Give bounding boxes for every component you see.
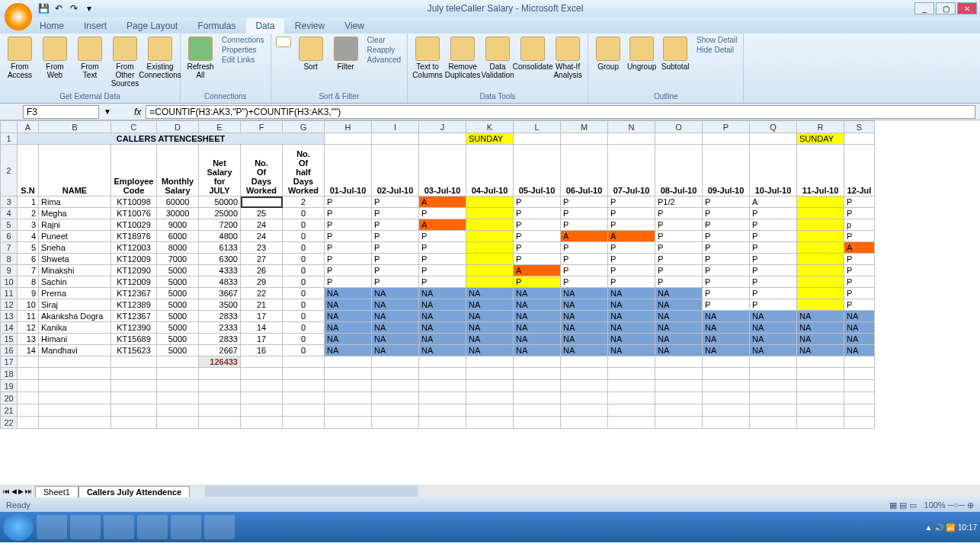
cell[interactable]: P: [561, 265, 608, 276]
cell[interactable]: NA: [655, 345, 703, 356]
cell[interactable]: 4: [18, 231, 39, 242]
cell[interactable]: P: [419, 231, 466, 242]
cell[interactable]: NA: [750, 322, 797, 334]
col-header-E[interactable]: E: [199, 121, 241, 133]
cell[interactable]: P: [514, 242, 561, 254]
cell[interactable]: 5000: [157, 299, 199, 311]
cell[interactable]: P: [703, 276, 750, 288]
cell[interactable]: P: [703, 231, 750, 242]
cell[interactable]: P: [703, 299, 750, 311]
cell[interactable]: [703, 133, 750, 145]
cell[interactable]: 30000: [157, 208, 199, 219]
cell[interactable]: [797, 231, 844, 242]
col-header-A[interactable]: A: [18, 121, 39, 133]
cell[interactable]: NA: [703, 322, 750, 334]
cell[interactable]: Mandhavi: [39, 345, 111, 356]
cell[interactable]: [797, 288, 844, 299]
cell[interactable]: 5000: [157, 265, 199, 276]
cell[interactable]: A: [608, 231, 655, 242]
cell[interactable]: P: [844, 276, 875, 288]
tab-nav-next-icon[interactable]: ▶: [18, 487, 24, 495]
hide-detail-button[interactable]: Hide Detail: [693, 45, 740, 55]
office-button[interactable]: [5, 3, 32, 30]
cell[interactable]: NA: [655, 322, 703, 334]
cell[interactable]: KT15623: [111, 345, 157, 356]
cell[interactable]: [797, 299, 844, 311]
row-header[interactable]: 7: [1, 242, 18, 254]
datatool-remove-duplicates-button[interactable]: Remove Duplicates: [446, 35, 479, 81]
col-header-L[interactable]: L: [514, 121, 561, 133]
cell[interactable]: P: [372, 231, 419, 242]
cell[interactable]: NA: [514, 322, 561, 334]
external-from-access-button[interactable]: From Access: [3, 35, 37, 81]
row-header[interactable]: 18: [1, 368, 18, 380]
undo-icon[interactable]: ↶: [52, 2, 66, 15]
cell[interactable]: P: [750, 276, 797, 288]
cell[interactable]: P: [703, 265, 750, 276]
cell[interactable]: P: [608, 197, 655, 208]
column-header[interactable]: No.OfhalfDaysWorked: [283, 145, 325, 197]
cell[interactable]: P: [372, 265, 419, 276]
col-header-J[interactable]: J: [419, 121, 466, 133]
cell[interactable]: NA: [750, 345, 797, 356]
cell[interactable]: P: [419, 265, 466, 276]
column-header[interactable]: MonthlySalary: [157, 145, 199, 197]
cell[interactable]: P: [844, 197, 875, 208]
column-header[interactable]: 06-Jul-10: [561, 145, 608, 197]
cell[interactable]: [797, 242, 844, 254]
cell[interactable]: Prerna: [39, 288, 111, 299]
row-header[interactable]: 9: [1, 265, 18, 276]
row-header[interactable]: 4: [1, 208, 18, 219]
cell[interactable]: Himani: [39, 334, 111, 345]
cell[interactable]: NA: [797, 345, 844, 356]
cell[interactable]: A: [750, 197, 797, 208]
cell[interactable]: P: [372, 276, 419, 288]
cell[interactable]: 6300: [199, 254, 241, 265]
cell[interactable]: NA: [561, 299, 608, 311]
cell[interactable]: 29: [241, 276, 283, 288]
cell[interactable]: NA: [514, 345, 561, 356]
column-header[interactable]: S.N: [18, 145, 39, 197]
sheet-tab[interactable]: Sheet1: [35, 486, 78, 497]
namebox-dropdown-icon[interactable]: ▼: [104, 107, 111, 116]
cell[interactable]: P: [703, 288, 750, 299]
zoom-level[interactable]: 100%: [924, 500, 946, 510]
cell[interactable]: P: [608, 208, 655, 219]
column-header[interactable]: NetSalaryforJULY: [199, 145, 241, 197]
cell[interactable]: 6000: [157, 231, 199, 242]
ribbon-tab-page-layout[interactable]: Page Layout: [117, 18, 187, 34]
cell[interactable]: 60000: [157, 197, 199, 208]
cell[interactable]: NA: [372, 345, 419, 356]
taskbar-item[interactable]: [70, 515, 101, 539]
cell[interactable]: NA: [655, 299, 703, 311]
cell[interactable]: NA: [703, 311, 750, 322]
cell[interactable]: P: [325, 197, 372, 208]
cell[interactable]: 24: [241, 231, 283, 242]
cell[interactable]: Kanika: [39, 322, 111, 334]
cell[interactable]: KT10029: [111, 219, 157, 231]
cell[interactable]: P: [325, 265, 372, 276]
cell[interactable]: 25: [241, 208, 283, 219]
cell[interactable]: 21: [241, 299, 283, 311]
minimize-button[interactable]: _: [914, 2, 934, 14]
column-header[interactable]: 11-Jul-10: [797, 145, 844, 197]
cell[interactable]: P: [655, 276, 703, 288]
cell[interactable]: 14: [18, 345, 39, 356]
cell[interactable]: NA: [419, 299, 466, 311]
row-header[interactable]: 6: [1, 231, 18, 242]
row-header[interactable]: 2: [1, 145, 18, 197]
cell[interactable]: 4800: [199, 231, 241, 242]
cell[interactable]: 1: [18, 197, 39, 208]
cell[interactable]: 7200: [199, 219, 241, 231]
cell[interactable]: NA: [561, 345, 608, 356]
cell[interactable]: A: [844, 242, 875, 254]
cell[interactable]: NA: [419, 322, 466, 334]
cell[interactable]: NA: [797, 311, 844, 322]
cell[interactable]: P: [325, 208, 372, 219]
cell[interactable]: P: [750, 288, 797, 299]
cell[interactable]: NA: [844, 311, 875, 322]
cell[interactable]: NA: [514, 288, 561, 299]
row-header[interactable]: 14: [1, 322, 18, 334]
cell[interactable]: P: [419, 276, 466, 288]
cell[interactable]: P: [703, 242, 750, 254]
